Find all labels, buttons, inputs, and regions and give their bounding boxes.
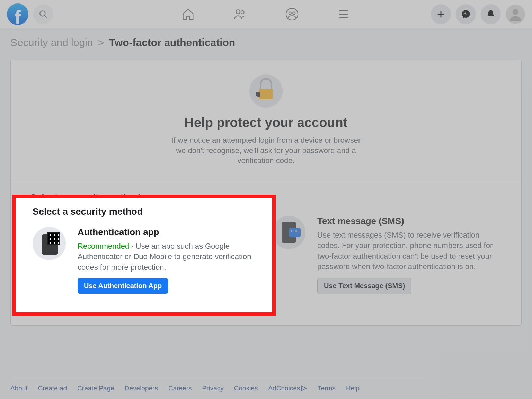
hero: Help protect your account If we notice a… [11,60,521,173]
nav-center [181,7,351,21]
lock-icon [249,74,283,108]
use-auth-app-button[interactable]: Use Authentication App [78,278,168,294]
footer-about[interactable]: About [10,384,28,392]
footer-links: About Create ad Create Page Developers C… [10,384,360,392]
breadcrumb-separator: > [98,37,104,48]
search-icon [39,10,48,19]
footer-create-ad[interactable]: Create ad [38,384,67,392]
hero-description: If we notice an attempted login from a d… [169,135,363,166]
footer-careers[interactable]: Careers [168,384,192,392]
facebook-logo[interactable] [7,3,28,25]
home-icon [181,7,195,21]
highlight-box: Select a security method Authentication … [12,195,276,316]
hero-title: Help protect your account [21,115,511,130]
sms-icon [272,216,305,249]
adchoices-icon: i [301,385,307,391]
nav-friends[interactable] [233,7,247,21]
svg-text:i: i [303,387,303,390]
messenger-icon [461,9,471,19]
account-avatar[interactable] [506,5,525,24]
footer-help[interactable]: Help [346,384,360,392]
auth-app-icon-hl [33,227,66,260]
footer-divider [10,377,426,377]
footer-privacy[interactable]: Privacy [202,384,223,392]
auth-app-desc: Recommended · Use an app such as Google … [78,241,256,273]
footer-terms[interactable]: Terms [318,384,336,392]
sms-title: Text message (SMS) [317,216,502,227]
hamburger-icon [337,7,351,21]
highlight-title: Select a security method [33,206,256,217]
person-icon [508,7,522,21]
nav-right [431,4,525,24]
svg-point-2 [236,10,240,14]
search-button[interactable] [33,4,53,24]
nav-groups[interactable] [285,7,299,21]
groups-icon [285,7,299,21]
svg-point-3 [241,10,244,14]
notifications-button[interactable] [481,4,501,24]
svg-point-5 [289,12,291,14]
svg-point-4 [286,8,298,20]
breadcrumb-parent[interactable]: Security and login [10,37,93,48]
create-button[interactable] [431,4,451,24]
footer-developers[interactable]: Developers [125,384,158,392]
breadcrumb-current: Two-factor authentication [109,37,235,48]
method-sms: Text message (SMS) Use text messages (SM… [272,216,502,294]
friends-icon [233,7,247,21]
footer-cookies[interactable]: Cookies [234,384,258,392]
svg-point-6 [293,12,295,14]
breadcrumb: Security and login > Two-factor authenti… [0,28,532,55]
plus-icon [436,9,446,19]
use-sms-button[interactable]: Use Text Message (SMS) [317,278,411,294]
svg-line-1 [44,15,47,18]
svg-point-0 [40,11,45,16]
svg-point-10 [513,9,518,15]
footer-create-page[interactable]: Create Page [77,384,114,392]
nav-menu[interactable] [337,7,351,21]
auth-app-title: Authentication app [78,227,256,238]
sms-desc: Use text messages (SMS) to receive verif… [317,230,502,272]
nav-home[interactable] [181,7,195,21]
bell-icon [486,9,496,19]
messenger-button[interactable] [456,4,476,24]
top-header [0,0,532,28]
footer-adchoices[interactable]: AdChoicesi [268,384,307,392]
